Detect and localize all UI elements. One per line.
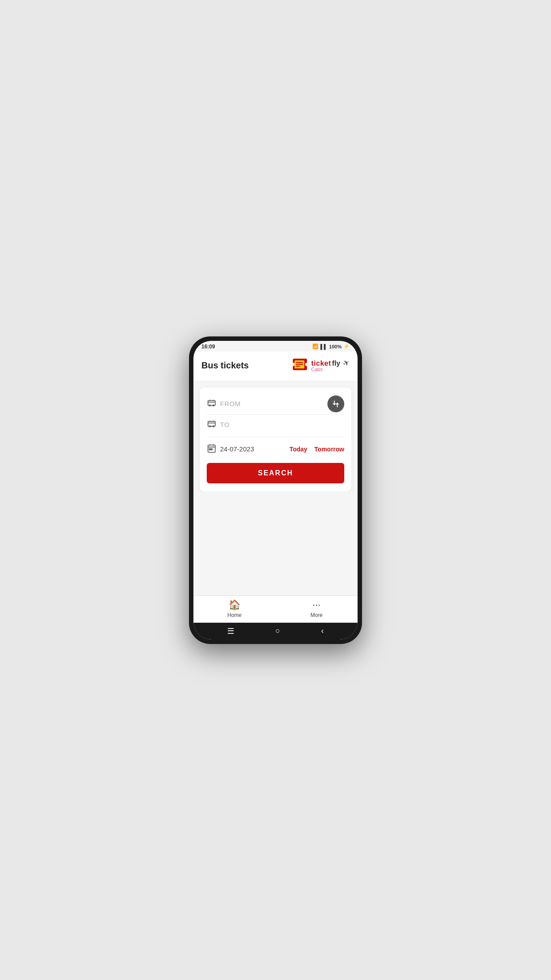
status-indicators: 📶 ▌▌ 100% ⚡ xyxy=(312,344,350,349)
calendar-icon xyxy=(207,443,220,455)
empty-content-area xyxy=(193,491,358,595)
signal-icon: ▌▌ xyxy=(320,344,327,349)
bottom-navigation: 🏠 Home ··· More xyxy=(193,595,358,623)
logo-ticket-icon xyxy=(292,357,311,375)
date-row: 24-07-2023 Today Tomorrow xyxy=(207,439,344,457)
logo-text-fly: fly xyxy=(332,360,340,368)
screen: 16:09 📶 ▌▌ 100% ⚡ Bus tickets xyxy=(193,341,358,640)
more-label: More xyxy=(311,612,323,618)
recent-apps-button[interactable]: ☰ xyxy=(227,626,234,636)
svg-rect-17 xyxy=(209,448,211,450)
date-shortcuts: Today Tomorrow xyxy=(289,446,344,453)
phone-inner: 16:09 📶 ▌▌ 100% ⚡ Bus tickets xyxy=(193,341,358,640)
status-time: 16:09 xyxy=(201,344,215,350)
bus-from-icon xyxy=(207,398,220,410)
to-field-row xyxy=(207,415,344,435)
home-button[interactable]: ○ xyxy=(276,626,280,636)
swap-button[interactable] xyxy=(327,395,344,412)
svg-rect-18 xyxy=(211,448,213,450)
brand-logo: ticket fly ✈ Cabs xyxy=(292,357,350,375)
svg-rect-7 xyxy=(208,400,216,405)
search-button[interactable]: SEARCH xyxy=(207,463,344,483)
swap-arrows-icon xyxy=(331,399,340,408)
nav-home[interactable]: 🏠 Home xyxy=(193,599,276,618)
from-input[interactable] xyxy=(220,400,344,407)
logo-text-area: ticket fly ✈ Cabs xyxy=(311,359,350,372)
bus-to-icon xyxy=(207,419,220,431)
today-button[interactable]: Today xyxy=(289,446,307,453)
battery-text: 100% xyxy=(329,344,342,349)
logo-text-cabs: Cabs xyxy=(311,367,350,372)
back-button[interactable]: ‹ xyxy=(321,626,324,636)
wifi-icon: 📶 xyxy=(312,344,319,349)
battery-charge-icon: ⚡ xyxy=(343,344,350,349)
status-bar: 16:09 📶 ▌▌ 100% ⚡ xyxy=(193,341,358,352)
date-value: 24-07-2023 xyxy=(220,445,289,453)
nav-more[interactable]: ··· More xyxy=(276,599,358,618)
app-header: Bus tickets xyxy=(193,352,358,381)
home-icon: 🏠 xyxy=(228,599,240,611)
app-content: Bus tickets xyxy=(193,352,358,623)
phone-device: 16:09 📶 ▌▌ 100% ⚡ Bus tickets xyxy=(189,336,362,644)
tomorrow-button[interactable]: Tomorrow xyxy=(315,446,344,453)
divider xyxy=(207,437,344,437)
svg-rect-13 xyxy=(208,421,216,426)
system-navigation: ☰ ○ ‹ xyxy=(193,623,358,640)
logo-text-ticket: ticket xyxy=(311,360,331,368)
home-label: Home xyxy=(227,612,241,618)
page-title: Bus tickets xyxy=(201,360,249,371)
to-input[interactable] xyxy=(220,421,344,428)
route-fields xyxy=(207,394,344,435)
from-field-row xyxy=(207,394,344,415)
svg-point-3 xyxy=(305,363,309,366)
more-icon: ··· xyxy=(312,599,320,611)
search-card: 24-07-2023 Today Tomorrow SEARCH xyxy=(200,387,351,491)
